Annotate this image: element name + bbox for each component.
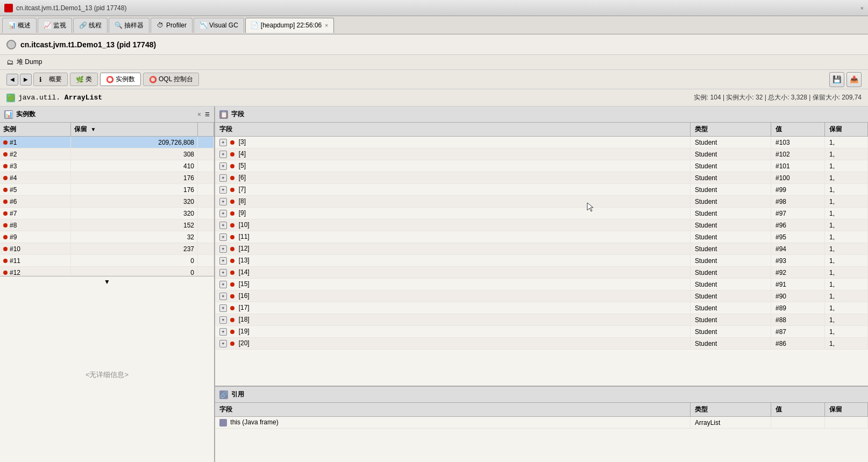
field-retained: 1, — [825, 160, 868, 172]
left-panel-close-btn[interactable]: × — [196, 111, 203, 118]
expand-icon[interactable]: + — [219, 139, 227, 146]
table-row[interactable]: #12 0 — [0, 267, 214, 276]
expand-icon[interactable]: + — [219, 210, 227, 217]
table-row[interactable]: #11 0 — [0, 255, 214, 267]
expand-icon[interactable]: + — [219, 340, 227, 347]
field-index: + [18] — [215, 314, 691, 326]
table-row[interactable]: #10 237 — [0, 243, 214, 255]
expand-icon[interactable]: + — [219, 245, 227, 253]
tab-visualgc[interactable]: 📉Visual GC — [194, 18, 244, 33]
expand-icon[interactable]: + — [219, 257, 227, 265]
expand-icon[interactable]: + — [219, 281, 227, 288]
toolbar-btn-1[interactable]: 📤 — [846, 72, 862, 87]
table-row[interactable]: this (Java frame) ArrayList — [215, 417, 868, 429]
instance-action[interactable] — [198, 267, 214, 276]
instance-action[interactable] — [198, 160, 214, 172]
expand-icon[interactable]: + — [219, 293, 227, 300]
table-row[interactable]: #5 176 — [0, 184, 214, 196]
instance-action[interactable] — [198, 231, 214, 243]
expand-icon[interactable]: + — [219, 316, 227, 324]
table-row[interactable]: + [16] Student #90 1, — [215, 290, 868, 302]
table-row[interactable]: + [4] Student #102 1, — [215, 148, 868, 160]
tab-icon-overview: 📊 — [8, 22, 16, 29]
expand-icon[interactable]: + — [219, 269, 227, 276]
instance-action[interactable] — [198, 184, 214, 196]
scroll-down-indicator[interactable]: ▼ — [0, 276, 214, 287]
instance-action[interactable] — [198, 208, 214, 219]
tab-heapdump[interactable]: 📄[heapdump] 22:56:06× — [245, 18, 334, 33]
left-panel-menu-btn[interactable]: ☰ — [205, 111, 210, 117]
table-row[interactable]: #9 32 — [0, 231, 214, 243]
nav-tab-oql[interactable]: ⭕OQL 控制台 — [143, 73, 199, 86]
instance-table-scroll[interactable]: 实例 保留 ▼ #1 209,726,808 #2 308 #3 410 #4 … — [0, 123, 214, 276]
field-value: #90 — [771, 290, 825, 302]
window-close[interactable]: × — [860, 5, 864, 11]
field-type: Student — [691, 279, 771, 290]
expand-icon[interactable]: + — [219, 304, 227, 312]
expand-icon[interactable]: + — [219, 174, 227, 182]
nav-forward-btn[interactable]: ▶ — [20, 74, 32, 86]
instance-action[interactable] — [198, 255, 214, 267]
instance-action[interactable] — [198, 196, 214, 208]
table-row[interactable]: #3 410 — [0, 160, 214, 172]
table-row[interactable]: + [3] Student #103 1, — [215, 137, 868, 148]
instance-action[interactable] — [198, 137, 214, 148]
class-name: java.util. ArrayList — [18, 94, 102, 102]
table-row[interactable]: + [5] Student #101 1, — [215, 160, 868, 172]
nav-tab-classes[interactable]: 🌿类 — [70, 73, 98, 86]
nav-back-btn[interactable]: ◀ — [6, 74, 18, 86]
field-retained: 1, — [825, 196, 868, 208]
dot-icon — [230, 306, 234, 310]
expand-icon[interactable]: + — [219, 222, 227, 229]
tab-profiler[interactable]: ⏱Profiler — [151, 18, 193, 33]
expand-icon[interactable]: + — [219, 198, 227, 205]
tab-sampler[interactable]: 🔍抽样器 — [109, 18, 150, 33]
tab-monitor[interactable]: 📈监视 — [38, 18, 72, 33]
tab-overview[interactable]: 📊概述 — [2, 18, 37, 33]
table-row[interactable]: + [6] Student #100 1, — [215, 172, 868, 184]
nav-tab-overview[interactable]: ℹ概要 — [33, 73, 68, 86]
expand-icon[interactable]: + — [219, 328, 227, 336]
dot-icon — [3, 235, 8, 239]
instance-action[interactable] — [198, 148, 214, 160]
table-row[interactable]: + [8] Student #98 1, — [215, 196, 868, 208]
table-row[interactable]: + [7] Student #99 1, — [215, 184, 868, 196]
instance-action[interactable] — [198, 219, 214, 231]
table-row[interactable]: + [20] Student #86 1, — [215, 338, 868, 350]
field-retained: 1, — [825, 267, 868, 279]
fields-table-scroll[interactable]: 字段 类型 值 保留 + [3] Student #103 1, + — [215, 123, 868, 386]
table-row[interactable]: + [17] Student #89 1, — [215, 302, 868, 314]
expand-icon[interactable]: + — [219, 162, 227, 170]
table-row[interactable]: #2 308 — [0, 148, 214, 160]
table-row[interactable]: + [14] Student #92 1, — [215, 267, 868, 279]
table-row[interactable]: + [11] Student #95 1, — [215, 231, 868, 243]
table-row[interactable]: + [18] Student #88 1, — [215, 314, 868, 326]
table-row[interactable]: #4 176 — [0, 172, 214, 184]
table-row[interactable]: + [12] Student #94 1, — [215, 243, 868, 255]
expand-icon[interactable]: + — [219, 151, 227, 158]
table-row[interactable]: + [15] Student #91 1, — [215, 279, 868, 290]
field-index: + [17] — [215, 302, 691, 314]
table-row[interactable]: #7 320 — [0, 208, 214, 219]
table-row[interactable]: + [19] Student #87 1, — [215, 326, 868, 338]
expand-icon[interactable]: + — [219, 186, 227, 194]
instance-action[interactable] — [198, 172, 214, 184]
ref-col-type: 类型 — [691, 403, 771, 417]
references-table-scroll[interactable]: 字段 类型 值 保留 this (Java frame) ArrayList — [215, 403, 868, 462]
table-row[interactable]: #8 152 — [0, 219, 214, 231]
table-row[interactable]: + [10] Student #96 1, — [215, 219, 868, 231]
table-row[interactable]: #1 209,726,808 — [0, 137, 214, 148]
field-index: + [16] — [215, 290, 691, 302]
nav-tab-instances[interactable]: ⭕实例数 — [100, 73, 141, 86]
tab-close-heapdump[interactable]: × — [325, 23, 328, 29]
references-panel-title: 引用 — [231, 390, 864, 399]
table-row[interactable]: #6 320 — [0, 196, 214, 208]
table-row[interactable]: + [9] Student #97 1, — [215, 208, 868, 219]
col-header-retained[interactable]: 保留 ▼ — [71, 123, 198, 137]
instance-action[interactable] — [198, 243, 214, 255]
tab-thread[interactable]: 🔗线程 — [73, 18, 108, 33]
toolbar-btn-0[interactable]: 💾 — [829, 72, 844, 87]
table-row[interactable]: + [13] Student #93 1, — [215, 255, 868, 267]
nav-tab-icon-classes: 🌿 — [76, 76, 83, 83]
expand-icon[interactable]: + — [219, 233, 227, 241]
